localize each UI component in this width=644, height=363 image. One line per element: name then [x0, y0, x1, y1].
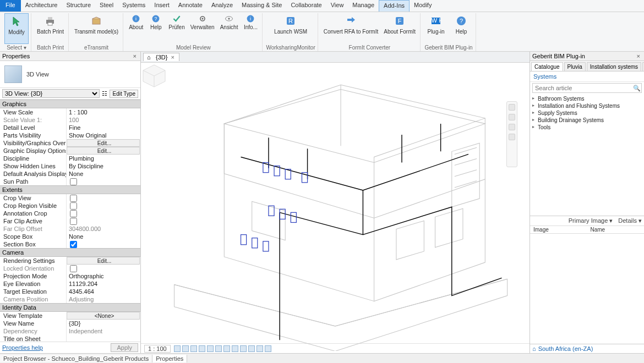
- search-icon[interactable]: 🔍: [632, 85, 641, 92]
- checkbox[interactable]: [70, 178, 77, 185]
- checkbox[interactable]: [70, 218, 77, 225]
- nav-pan-icon[interactable]: [509, 114, 515, 120]
- launch-wsm-button[interactable]: RLaunch WSM: [272, 13, 309, 44]
- prop-row[interactable]: Eye Elevation11129.204: [0, 280, 140, 288]
- prop-group-camera[interactable]: Camera: [0, 248, 140, 257]
- tree-node[interactable]: Installation and Flushing Systems: [532, 102, 642, 109]
- prop-value[interactable]: 304800.000: [66, 225, 140, 233]
- help-button[interactable]: ?Help: [146, 13, 165, 44]
- navigation-bar[interactable]: [506, 101, 517, 167]
- prop-row[interactable]: Projection ModeOrthographic: [0, 272, 140, 280]
- prop-value[interactable]: By Discipline: [66, 162, 140, 170]
- prop-row[interactable]: Far Clip Offset304800.000: [0, 225, 140, 233]
- prop-value[interactable]: Edit...: [67, 257, 140, 265]
- apply-button[interactable]: Apply: [111, 343, 138, 352]
- tab-installation-systems[interactable]: Installation systems: [587, 62, 641, 71]
- prop-group-extents[interactable]: Extents: [0, 185, 140, 194]
- prop-row[interactable]: Visibility/Graphics OverridesEdit...: [0, 139, 140, 147]
- prop-row[interactable]: Scope BoxNone: [0, 233, 140, 240]
- 3d-viewport[interactable]: [141, 63, 530, 343]
- prop-value[interactable]: {3D}: [66, 320, 140, 327]
- prop-value[interactable]: Plumbing: [66, 155, 140, 162]
- tab-pluvia[interactable]: Pluvia: [564, 62, 586, 71]
- view-tab-3d[interactable]: ⌂ {3D} ×: [143, 53, 179, 61]
- prop-value[interactable]: [66, 202, 140, 210]
- menu-architecture[interactable]: Architecture: [21, 0, 62, 12]
- menu-manage[interactable]: Manage: [348, 0, 379, 12]
- prop-value[interactable]: [66, 194, 140, 202]
- checkbox[interactable]: [70, 210, 77, 217]
- ansicht-button[interactable]: Ansicht: [218, 13, 241, 44]
- convert-rfa-button[interactable]: Convert RFA to FormIt: [321, 13, 380, 44]
- prop-value[interactable]: 4345.464: [66, 288, 140, 295]
- prop-row[interactable]: Graphic Display OptionsEdit...: [0, 147, 140, 155]
- tab-catalogue[interactable]: Catalogue: [531, 62, 563, 71]
- prop-row[interactable]: Camera PositionAdjusting: [0, 295, 140, 303]
- prop-row[interactable]: Parts VisibilityShow Original: [0, 131, 140, 139]
- about-formit-button[interactable]: FAbout FormIt: [381, 13, 418, 44]
- prufen-button[interactable]: Prüfen: [166, 13, 187, 44]
- menu-add-ins[interactable]: Add-Ins: [379, 0, 410, 12]
- modify-button[interactable]: Modify: [4, 13, 29, 44]
- prop-value[interactable]: [66, 240, 140, 248]
- prop-row[interactable]: Section Box: [0, 240, 140, 248]
- view-cube[interactable]: [141, 63, 167, 89]
- menu-view[interactable]: View: [326, 0, 348, 12]
- tree-node[interactable]: Supply Systems: [532, 109, 642, 117]
- menu-collaborate[interactable]: Collaborate: [286, 0, 326, 12]
- properties-help-link[interactable]: Properties help: [2, 344, 43, 351]
- search-input[interactable]: [533, 85, 632, 91]
- verwalten-button[interactable]: Verwalten: [188, 13, 217, 44]
- nav-orbit-icon[interactable]: [509, 134, 515, 140]
- prop-value[interactable]: [66, 265, 140, 272]
- tree-node[interactable]: Tools: [532, 124, 642, 131]
- prop-value[interactable]: Edit...: [67, 147, 140, 155]
- prop-group-identity-data[interactable]: Identity Data: [0, 303, 140, 312]
- about-button[interactable]: iAbout: [127, 13, 145, 44]
- prop-row[interactable]: DependencyIndependent: [0, 327, 140, 335]
- menu-massing-site[interactable]: Massing & Site: [237, 0, 286, 12]
- prop-value[interactable]: Independent: [66, 327, 140, 335]
- prop-group-graphics[interactable]: Graphics: [0, 100, 140, 108]
- prop-value[interactable]: Edit...: [67, 139, 140, 147]
- prop-value[interactable]: None: [66, 233, 140, 240]
- prop-row[interactable]: Show Hidden LinesBy Discipline: [0, 162, 140, 170]
- prop-row[interactable]: Title on Sheet: [0, 335, 140, 342]
- menu-annotate[interactable]: Annotate: [174, 0, 207, 12]
- close-icon[interactable]: ×: [170, 54, 175, 61]
- prop-value[interactable]: [66, 335, 140, 342]
- menu-structure[interactable]: Structure: [62, 0, 95, 12]
- prop-value[interactable]: Adjusting: [66, 295, 140, 303]
- prop-value[interactable]: 11129.204: [66, 280, 140, 288]
- prop-row[interactable]: Locked Orientation: [0, 265, 140, 272]
- tree-node[interactable]: Building Drainage Systems: [532, 117, 642, 124]
- prop-value[interactable]: [66, 178, 140, 185]
- close-icon[interactable]: ×: [635, 53, 642, 59]
- prop-row[interactable]: Crop Region Visible: [0, 202, 140, 210]
- menu-file[interactable]: File: [0, 0, 21, 12]
- prop-value[interactable]: None: [66, 170, 140, 178]
- details-dropdown[interactable]: Details ▾: [618, 217, 642, 224]
- prop-value[interactable]: 100: [66, 116, 140, 124]
- menu-analyze[interactable]: Analyze: [207, 0, 237, 12]
- prop-value[interactable]: [66, 210, 140, 217]
- prop-row[interactable]: Far Clip Active: [0, 217, 140, 225]
- checkbox[interactable]: [70, 265, 77, 272]
- checkbox[interactable]: [70, 241, 77, 248]
- primary-image-dropdown[interactable]: Primary Image ▾: [569, 217, 613, 224]
- prop-value[interactable]: <None>: [67, 312, 140, 320]
- prop-row[interactable]: Target Elevation4345.464: [0, 288, 140, 295]
- status-tab-properties[interactable]: Properties: [152, 355, 187, 362]
- status-tab-browser[interactable]: Project Browser - Schueco_Building_Geber…: [0, 355, 152, 362]
- menu-steel[interactable]: Steel: [95, 0, 118, 12]
- tree-node[interactable]: Bathroom Systems: [532, 95, 642, 102]
- transmit-button[interactable]: Transmit model(s): [72, 13, 121, 44]
- prop-row[interactable]: View Name{3D}: [0, 320, 140, 327]
- prop-row[interactable]: DisciplinePlumbing: [0, 155, 140, 162]
- prop-value[interactable]: Fine: [66, 124, 140, 131]
- nav-zoom-icon[interactable]: [509, 124, 515, 130]
- batch-print-button[interactable]: Batch Print: [35, 13, 66, 44]
- nav-wheel-icon[interactable]: [509, 104, 515, 111]
- menu-insert[interactable]: Insert: [150, 0, 174, 12]
- checkbox[interactable]: [70, 202, 77, 210]
